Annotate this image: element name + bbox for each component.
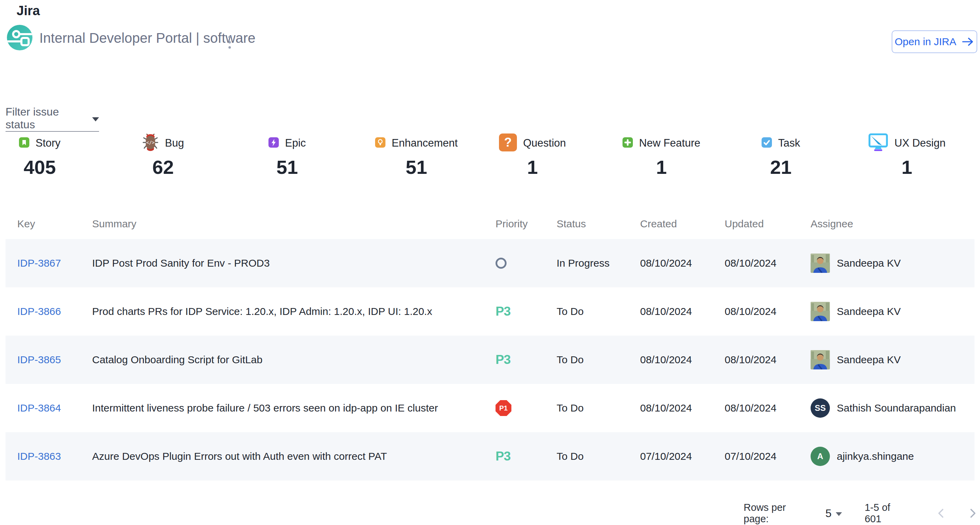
issue-created-date: 08/10/2024 (640, 287, 692, 336)
issue-status: To Do (557, 432, 584, 481)
column-header-status: Status (557, 208, 586, 239)
jira-project-logo-icon (7, 25, 32, 50)
rows-per-page-value: 5 (826, 507, 832, 520)
issue-updated-date: 07/10/2024 (725, 432, 776, 481)
table-row: IDP-3867 IDP Post Prod Sanity for Env - … (6, 239, 974, 287)
issue-summary: Intermittent liveness probe failure / 50… (92, 384, 438, 432)
issue-status: To Do (557, 336, 584, 384)
stat-label: Bug (165, 137, 184, 149)
issue-summary: Azure DevOps Plugin Errors out with Auth… (92, 432, 387, 481)
filter-issue-status-select[interactable]: Filter issue status (6, 102, 99, 132)
priority-none-icon (496, 258, 507, 269)
chevron-down-icon (92, 117, 99, 121)
column-header-key: Key (17, 208, 35, 239)
question-icon: ? (499, 133, 517, 153)
table-row: IDP-3864 Intermittent liveness probe fai… (6, 384, 974, 432)
stat-count: 405 (19, 156, 60, 178)
assignee-name: Sandeepa KV (837, 257, 900, 269)
stat-label: Epic (285, 137, 306, 149)
stat-ux-design: UX Design 1 (868, 133, 945, 178)
stat-label: Task (778, 137, 800, 149)
issue-created-date: 07/10/2024 (640, 432, 692, 481)
stat-count: 1 (499, 156, 566, 178)
next-page-button[interactable] (965, 506, 980, 521)
issue-key-link[interactable]: IDP-3866 (17, 306, 61, 317)
kebab-menu-icon[interactable] (223, 35, 236, 50)
open-in-jira-label: Open in JIRA (895, 36, 956, 48)
priority-cell (496, 239, 507, 287)
story-icon (19, 137, 29, 149)
jira-widget: Jira Internal Developer Portal | softwar… (0, 0, 980, 525)
stat-count: 51 (375, 156, 458, 178)
issue-status: In Progress (557, 239, 609, 287)
previous-page-button[interactable] (934, 506, 949, 521)
bug-icon: </> (142, 133, 159, 154)
stat-label: Enhancement (391, 137, 458, 149)
epic-icon (269, 137, 279, 149)
issue-created-date: 08/10/2024 (640, 336, 692, 384)
chevron-right-icon (966, 506, 979, 520)
stat-label: UX Design (894, 137, 945, 149)
issue-updated-date: 08/10/2024 (725, 384, 776, 432)
issue-key-link[interactable]: IDP-3867 (17, 257, 61, 269)
issue-type-stats: Story 405 </> (0, 133, 980, 185)
enhancement-icon (375, 137, 385, 149)
chevron-left-icon (934, 506, 948, 520)
assignee-name: Sandeepa KV (837, 354, 900, 366)
stat-count: 21 (762, 156, 800, 178)
avatar (811, 302, 830, 321)
filter-issue-status-label: Filter issue status (6, 106, 90, 131)
column-header-updated: Updated (725, 208, 764, 239)
stat-count: 1 (622, 156, 700, 178)
assignee-name: Sathish Soundarapandian (837, 402, 956, 414)
avatar (811, 350, 830, 370)
issue-created-date: 08/10/2024 (640, 384, 692, 432)
column-header-priority: Priority (496, 208, 528, 239)
priority-p3-icon: P3 (496, 449, 511, 463)
stat-count: 1 (868, 156, 945, 178)
open-in-jira-button[interactable]: Open in JIRA (892, 30, 977, 53)
stat-label: Story (35, 137, 60, 149)
issue-key-link[interactable]: IDP-3865 (17, 354, 61, 366)
new-feature-icon (622, 137, 633, 149)
stat-bug: </> Bug 62 (142, 133, 184, 178)
stat-label: New Feature (639, 137, 700, 149)
svg-text:</>: </> (146, 140, 154, 145)
issue-updated-date: 08/10/2024 (725, 287, 776, 336)
issue-summary: Catalog Onboarding Script for GitLab (92, 336, 262, 384)
assignee-name: Sandeepa KV (837, 306, 900, 317)
table-row: IDP-3863 Azure DevOps Plugin Errors out … (6, 432, 974, 481)
priority-cell: P3 (496, 432, 511, 481)
issue-status: To Do (557, 287, 584, 336)
chevron-down-icon (836, 512, 842, 516)
stat-count: 51 (269, 156, 306, 178)
priority-cell: P1 (496, 384, 511, 432)
stat-task: Task 21 (762, 133, 800, 178)
issue-updated-date: 08/10/2024 (725, 336, 776, 384)
issue-updated-date: 08/10/2024 (725, 239, 776, 287)
issue-key-link[interactable]: IDP-3864 (17, 402, 61, 414)
task-icon (762, 137, 772, 149)
priority-p1-icon: P1 (496, 400, 511, 416)
rows-per-page-select[interactable]: 5 (826, 507, 842, 520)
issue-summary: IDP Post Prod Sanity for Env - PROD3 (92, 239, 270, 287)
priority-cell: P3 (496, 336, 511, 384)
column-header-assignee: Assignee (811, 208, 853, 239)
rows-per-page-label: Rows per page: (744, 502, 814, 525)
pagination-bar: Rows per page: 5 1-5 of 601 (744, 500, 980, 525)
assignee-name: ajinkya.shingane (837, 450, 914, 462)
arrow-right-icon (962, 36, 974, 47)
page-title: Jira (17, 3, 40, 18)
stat-label: Question (523, 137, 566, 149)
issue-key-link[interactable]: IDP-3863 (17, 450, 61, 462)
stat-count: 62 (142, 156, 184, 178)
priority-cell: P3 (496, 287, 511, 336)
avatar: SS (811, 398, 830, 418)
avatar: A (811, 447, 830, 466)
stat-epic: Epic 51 (269, 133, 306, 178)
issue-created-date: 08/10/2024 (640, 239, 692, 287)
stat-new-feature: New Feature 1 (622, 133, 700, 178)
priority-p3-icon: P3 (496, 304, 511, 319)
issue-summary: Prod charts PRs for IDP Service: 1.20.x,… (92, 287, 432, 336)
priority-p3-icon: P3 (496, 352, 511, 367)
